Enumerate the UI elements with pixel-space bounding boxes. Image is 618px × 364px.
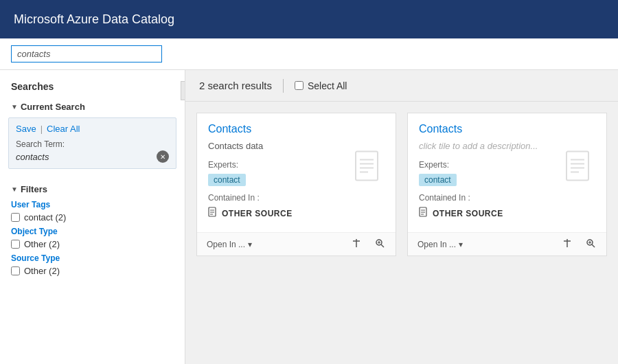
sidebar-title: Searches: [0, 78, 185, 98]
card-1-source-name: OTHER SOURCE: [222, 209, 293, 218]
results-count: 2 search results: [199, 80, 272, 91]
search-term-label: Search Term:: [16, 139, 169, 149]
card-2-open-in-label: Open In ...: [417, 240, 456, 249]
card-2-open-in-chevron: ▾: [459, 240, 463, 249]
results-header-divider: [283, 79, 284, 93]
search-input[interactable]: [11, 45, 162, 62]
filter-item-contact: contact (2): [0, 211, 185, 224]
filters-section: ▼ Filters User Tags contact (2) Object T…: [0, 174, 185, 280]
card-2-contained-label: Contained In :: [419, 193, 595, 203]
card-2-body: Contacts click tile to add a description…: [408, 113, 606, 232]
sidebar-collapse-button[interactable]: ◀: [181, 81, 185, 100]
result-card-1: Contacts Contacts data Experts: contact …: [196, 113, 396, 256]
search-actions: Save | Clear All: [16, 124, 169, 134]
card-1-source-icon: [208, 207, 218, 220]
object-type-group-title: Object Type: [0, 224, 185, 238]
card-1-contained-label: Contained In :: [208, 193, 385, 203]
card-1-open-in-button[interactable]: Open In ... ▾: [204, 238, 255, 251]
search-bar: [0, 38, 618, 70]
main-layout: ◀ Searches ▼ Current Search Save | Clear…: [0, 70, 618, 364]
card-2-source-name: OTHER SOURCE: [433, 209, 503, 218]
select-all-checkbox[interactable]: [295, 81, 304, 90]
chevron-down-icon-filters: ▼: [11, 185, 18, 193]
chevron-down-icon: ▼: [11, 103, 18, 111]
svg-rect-4: [356, 151, 378, 180]
current-search-box: Save | Clear All Search Term: contacts ✕: [8, 117, 176, 169]
search-term-row: contacts ✕: [16, 150, 169, 163]
save-link[interactable]: Save: [16, 124, 36, 134]
card-2-open-in-button[interactable]: Open In ... ▾: [415, 238, 466, 251]
pipe-divider: |: [41, 124, 43, 134]
content-area: 2 search results Select All Contacts Con…: [185, 70, 618, 364]
card-1-body: Contacts Contacts data Experts: contact …: [197, 113, 396, 232]
clear-term-button[interactable]: ✕: [157, 150, 169, 163]
card-2-pin-button[interactable]: [558, 237, 576, 251]
card-1-open-in-label: Open In ...: [207, 240, 245, 249]
app-header: Microsoft Azure Data Catalog: [0, 0, 618, 38]
filters-label: Filters: [21, 184, 47, 194]
results-count-number: 2: [199, 80, 205, 91]
card-1-source-row: OTHER SOURCE: [208, 207, 385, 220]
current-search-section: ▼ Current Search: [0, 98, 185, 115]
card-1-pin-button[interactable]: [347, 237, 365, 251]
card-2-zoom-button[interactable]: [582, 237, 599, 251]
card-1-tag: contact: [208, 174, 246, 186]
current-search-label: Current Search: [21, 102, 85, 112]
cards-container: Contacts Contacts data Experts: contact …: [185, 102, 618, 267]
svg-line-27: [592, 244, 595, 247]
filter-checkbox-source-other[interactable]: [11, 266, 20, 275]
filter-label-source-other: Other (2): [24, 266, 60, 276]
filter-label-object-other: Other (2): [24, 239, 60, 249]
search-term-value: contacts: [16, 152, 49, 162]
app-title: Microsoft Azure Data Catalog: [14, 12, 174, 27]
svg-line-12: [381, 244, 384, 247]
sidebar: ◀ Searches ▼ Current Search Save | Clear…: [0, 70, 185, 364]
filter-checkbox-contact[interactable]: [11, 213, 20, 222]
user-tags-group-title: User Tags: [0, 197, 185, 211]
card-1-footer: Open In ... ▾: [197, 232, 396, 255]
filter-label-contact: contact (2): [24, 212, 66, 223]
card-2-tag: contact: [419, 174, 457, 186]
card-1-title: Contacts: [208, 123, 385, 135]
svg-rect-19: [566, 151, 588, 180]
card-2-source-icon: [419, 207, 428, 220]
close-icon: ✕: [160, 153, 165, 161]
filter-item-object-other: Other (2): [0, 238, 185, 251]
select-all-container[interactable]: Select All: [295, 80, 347, 91]
card-1-file-icon: [353, 150, 386, 193]
card-2-file-icon: [564, 150, 597, 193]
card-2-source-row: OTHER SOURCE: [419, 207, 595, 220]
select-all-label[interactable]: Select All: [308, 80, 347, 91]
filter-item-source-other: Other (2): [0, 264, 185, 277]
card-1-open-in-chevron: ▾: [248, 240, 252, 249]
card-2-footer: Open In ... ▾: [408, 232, 606, 255]
clear-all-link[interactable]: Clear All: [47, 124, 80, 134]
card-1-zoom-button[interactable]: [371, 237, 389, 251]
results-header: 2 search results Select All: [185, 70, 618, 102]
result-card-2: Contacts click tile to add a description…: [407, 113, 607, 256]
filters-section-title: ▼ Filters: [0, 180, 185, 197]
filter-checkbox-object-other[interactable]: [11, 240, 20, 249]
chevron-left-icon: ◀: [185, 87, 185, 95]
source-type-group-title: Source Type: [0, 251, 185, 264]
card-2-title: Contacts: [419, 123, 595, 135]
